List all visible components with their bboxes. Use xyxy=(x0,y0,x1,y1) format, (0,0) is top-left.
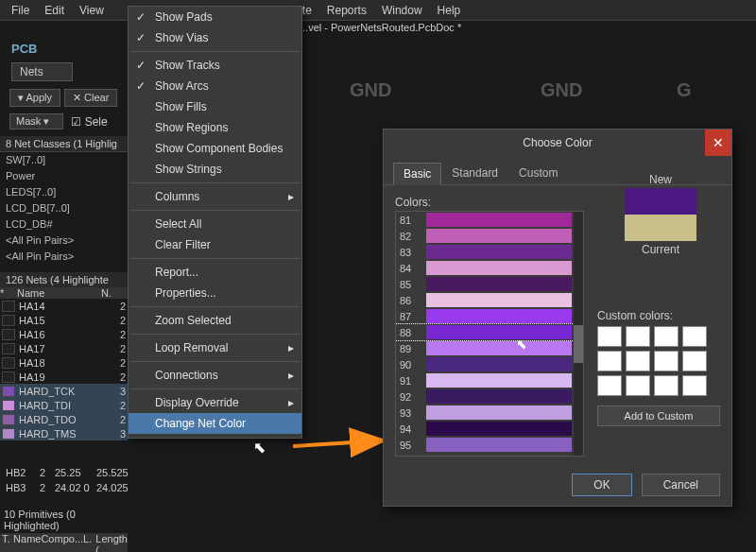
menu-item[interactable]: Show Pads xyxy=(129,7,301,27)
custom-slot[interactable] xyxy=(626,351,650,371)
net-row[interactable]: HA192 xyxy=(0,370,128,384)
tab-standard[interactable]: Standard xyxy=(441,162,508,184)
menu-item[interactable]: Columns xyxy=(129,186,301,207)
custom-slot[interactable] xyxy=(682,375,707,396)
color-row[interactable]: 91 xyxy=(396,372,583,388)
nets-table: *NameN. HA142HA152HA162HA172HA182HA192HA… xyxy=(0,287,128,440)
color-row[interactable]: 95 xyxy=(396,437,583,453)
net-class-row[interactable]: Power xyxy=(0,169,128,182)
menu-help[interactable]: Help xyxy=(430,2,469,19)
cancel-button[interactable]: Cancel xyxy=(642,474,720,496)
menu-item[interactable]: Show Fills xyxy=(129,96,301,117)
color-row[interactable]: 87 xyxy=(396,308,583,324)
custom-colors-label: Custom colors: xyxy=(597,309,720,322)
primitives-table: 10 Primitives (0 Highlighted) T.NameComp… xyxy=(0,507,128,552)
custom-slot[interactable] xyxy=(682,351,707,371)
color-row[interactable]: 90 xyxy=(396,356,583,372)
menu-item[interactable]: Properties... xyxy=(129,283,301,303)
menubar[interactable]: File Edit View Route Reports Window Help xyxy=(0,0,756,21)
tab-custom[interactable]: Custom xyxy=(508,162,568,184)
menu-edit[interactable]: Edit xyxy=(37,2,72,19)
tab-basic[interactable]: Basic xyxy=(393,163,441,185)
menu-window[interactable]: Window xyxy=(374,2,430,19)
panel-title: PCB xyxy=(11,42,37,56)
net-row[interactable]: HA172 xyxy=(0,341,128,355)
close-button[interactable]: ✕ xyxy=(705,129,731,156)
colors-label: Colors: xyxy=(395,196,584,209)
custom-slot[interactable] xyxy=(597,326,622,347)
custom-slot[interactable] xyxy=(626,326,650,347)
net-row[interactable]: HA162 xyxy=(0,327,128,341)
scroll-thumb[interactable] xyxy=(574,325,583,363)
primitives-header: 10 Primitives (0 Highlighted) xyxy=(0,507,128,533)
color-row[interactable]: 94 xyxy=(396,421,583,437)
custom-slot[interactable] xyxy=(682,326,707,347)
net-class-row[interactable]: SW[7..0] xyxy=(0,153,128,166)
net-class-row[interactable]: LCD_DB[7..0] xyxy=(0,201,128,215)
context-menu[interactable]: Show PadsShow ViasShow TracksShow ArcsSh… xyxy=(128,6,302,439)
menu-item[interactable]: Show Component Bodies xyxy=(129,138,301,159)
menu-item[interactable]: Clear Filter xyxy=(129,234,301,255)
menu-file[interactable]: File xyxy=(4,2,37,19)
net-class-row[interactable]: <All Pin Pairs> xyxy=(0,233,128,247)
menu-item[interactable]: Select All xyxy=(129,214,301,234)
menu-item[interactable]: Show Vias xyxy=(129,27,301,48)
add-to-custom-button[interactable]: Add to Custom xyxy=(597,405,720,426)
current-color-swatch xyxy=(625,215,696,241)
menu-item[interactable]: Report... xyxy=(129,262,301,283)
color-row[interactable]: 88 xyxy=(396,324,583,340)
mask-select[interactable]: Mask ▾ xyxy=(9,113,63,129)
custom-slot[interactable] xyxy=(626,375,650,396)
document-tab[interactable]: ...vel - PowerNetsRouted.PcbDoc * xyxy=(294,21,467,38)
menu-item[interactable]: Connections xyxy=(129,365,301,386)
color-list[interactable]: 818283848586878889909192939495 xyxy=(395,211,584,457)
color-row[interactable]: 89 xyxy=(396,340,583,356)
color-scrollbar[interactable] xyxy=(574,212,583,456)
net-row[interactable]: HA152 xyxy=(0,313,128,327)
select-checkbox[interactable]: ☑ Sele xyxy=(71,115,107,129)
canvas-net-label: GND xyxy=(350,79,391,101)
net-row[interactable]: HARD_TMS3 xyxy=(0,426,128,440)
color-row[interactable]: 93 xyxy=(396,405,583,421)
color-row[interactable]: 84 xyxy=(396,260,583,276)
nets-columns[interactable]: *NameN. xyxy=(0,287,128,299)
menu-item[interactable]: Loop Removal xyxy=(129,337,301,358)
nets-header: 126 Nets (4 Highlighte xyxy=(0,272,128,288)
color-row[interactable]: 85 xyxy=(396,276,583,292)
menu-view[interactable]: View xyxy=(72,2,112,19)
menu-item[interactable]: Show Strings xyxy=(129,159,301,180)
custom-slot[interactable] xyxy=(654,375,679,396)
net-class-row[interactable]: LEDS[7..0] xyxy=(0,185,128,198)
net-row[interactable]: HA142 xyxy=(0,299,128,313)
net-class-row[interactable]: <All Pin Pairs> xyxy=(0,250,128,263)
net-row[interactable]: HARD_TDO2 xyxy=(0,412,128,426)
custom-slot[interactable] xyxy=(654,326,679,347)
dialog-title: Choose Color ✕ xyxy=(384,129,731,156)
menu-item[interactable]: Show Regions xyxy=(129,117,301,138)
apply-button[interactable]: ▾ Apply xyxy=(9,89,60,107)
color-row[interactable]: 81 xyxy=(396,212,583,228)
menu-item[interactable]: Zoom Selected xyxy=(129,310,301,331)
net-row[interactable]: HARD_TDI2 xyxy=(0,398,128,412)
color-row[interactable]: 82 xyxy=(396,228,583,244)
menu-item[interactable]: Show Tracks xyxy=(129,55,301,76)
menu-reports[interactable]: Reports xyxy=(319,2,374,19)
color-row[interactable]: 83 xyxy=(396,244,583,260)
ok-button[interactable]: OK xyxy=(572,474,631,496)
color-row[interactable]: 92 xyxy=(396,388,583,405)
clear-button[interactable]: ✕ Clear xyxy=(64,89,117,107)
custom-slot[interactable] xyxy=(597,351,622,371)
custom-slot[interactable] xyxy=(597,375,622,396)
color-row[interactable]: 86 xyxy=(396,292,583,308)
menu-item[interactable]: Change Net Color xyxy=(129,413,301,434)
custom-color-grid[interactable] xyxy=(597,326,720,396)
nets-combo[interactable]: Nets xyxy=(11,62,73,81)
custom-slot[interactable] xyxy=(654,351,679,371)
menu-item[interactable]: Display Override xyxy=(129,392,301,413)
net-row[interactable]: HARD_TCK3 xyxy=(0,384,128,398)
choose-color-dialog: Choose Color ✕ Basic Standard Custom Col… xyxy=(383,129,732,507)
net-row[interactable]: HA182 xyxy=(0,355,128,370)
net-class-row[interactable]: LCD_DB# xyxy=(0,217,128,231)
menu-item[interactable]: Show Arcs xyxy=(129,76,301,96)
net-classes-header: 8 Net Classes (1 Highlig xyxy=(0,136,128,152)
